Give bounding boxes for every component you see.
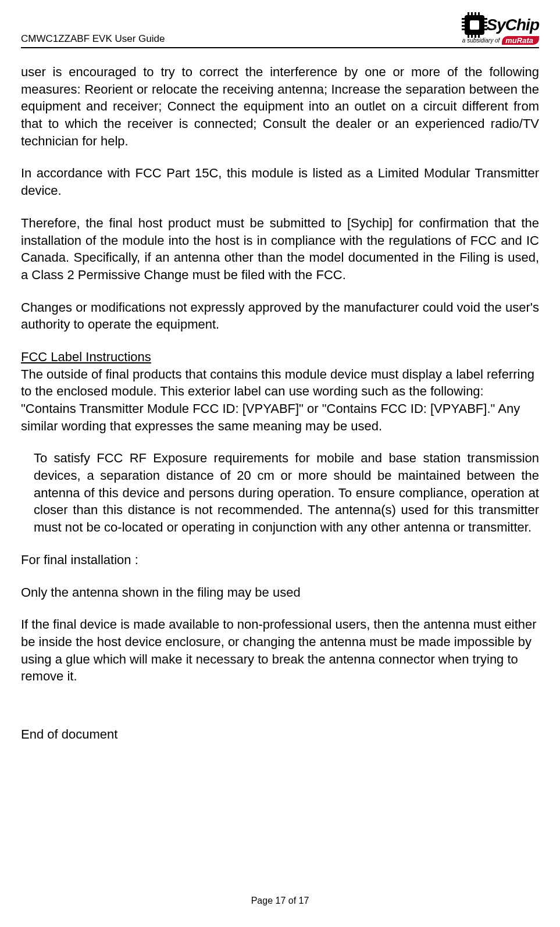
- page: CMWC1ZZABF EVK User Guide SyChip a subsi…: [0, 0, 560, 927]
- logo-text: SyChip: [487, 17, 539, 33]
- paragraph-host-product: Therefore, the final host product must b…: [21, 215, 539, 284]
- paragraph-modifications: Changes or modifications not expressly a…: [21, 299, 539, 333]
- end-of-document: End of document: [21, 726, 539, 743]
- logo-block: SyChip a subsidiary of muRata: [462, 15, 539, 45]
- page-header: CMWC1ZZABF EVK User Guide SyChip a subsi…: [21, 15, 539, 48]
- paragraph-antenna-filing: Only the antenna shown in the filing may…: [21, 584, 539, 601]
- paragraph-interference: user is encouraged to try to correct the…: [21, 63, 539, 149]
- page-footer: Page 17 of 17: [0, 896, 560, 906]
- murata-badge: muRata: [502, 36, 539, 45]
- paragraph-label-instructions: The outside of final products that conta…: [21, 366, 539, 435]
- header-title: CMWC1ZZABF EVK User Guide: [21, 33, 165, 45]
- body-content: user is encouraged to try to correct the…: [21, 63, 539, 743]
- section-title-fcc-label: FCC Label Instructions: [21, 348, 539, 366]
- paragraph-antenna-enclosure: If the final device is made available to…: [21, 616, 539, 685]
- logo-sub-prefix: a subsidiary of: [462, 38, 500, 44]
- chip-icon: [465, 15, 484, 35]
- logo-main: SyChip: [465, 15, 539, 35]
- paragraph-final-installation-heading: For final installation :: [21, 551, 539, 569]
- paragraph-rf-exposure: To satisfy FCC RF Exposure requirements …: [21, 450, 539, 536]
- paragraph-fcc-15c: In accordance with FCC Part 15C, this mo…: [21, 165, 539, 199]
